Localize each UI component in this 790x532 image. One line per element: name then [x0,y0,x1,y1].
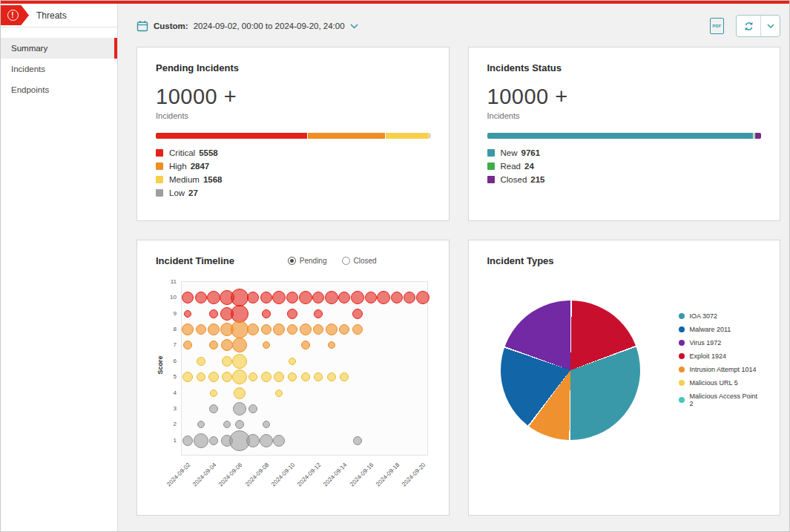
legend-item-high: High2847 [156,162,430,171]
bubble-medium [210,390,217,397]
bubble-high [183,341,192,349]
bar-segment-medium [386,133,428,139]
bar-segment-closed [755,133,761,139]
bubble-high [221,339,233,351]
bubble-critical [209,309,218,318]
status-bar [487,133,762,139]
timeline-header: Incident Timeline PendingClosed [156,255,430,266]
bubble-critical [260,292,272,303]
pie-legend-label: Malicious Access Point 2 [690,393,762,407]
y-tick-label: 9 [162,310,177,317]
bubble-medium [197,357,205,366]
y-tick-label: 1 [162,437,177,444]
exclamation-icon: ! [7,10,19,21]
count-label: Incidents [156,111,430,120]
bubble-medium [232,354,247,369]
pie-legend-item: IOA 3072 [679,312,762,320]
incident-timeline-card: Incident Timeline PendingClosed Score 12… [136,240,450,516]
bubble-critical [287,309,297,319]
legend-item-read: Read24 [487,162,762,171]
pie-legend-item: Malicious URL 5 [679,379,762,387]
radio-pending[interactable]: Pending [288,257,327,265]
export-pdf-button[interactable]: PDF [710,18,724,34]
bubble-medium [288,372,297,381]
sidebar-header: ! Threats [1,4,117,27]
bubble-high [326,324,338,335]
incidents-status-card: Incidents Status 10000 + Incidents New97… [468,47,781,221]
bubble-medium [274,372,284,382]
card-title: Incident Timeline [156,255,234,266]
legend-color-swatch [679,380,685,386]
status-legend: New9761Read24Closed215 [487,148,762,184]
timeline-filter-radios: PendingClosed [234,257,430,265]
bubble-high [328,341,335,349]
sidebar-title: Threats [36,10,67,21]
pie-legend-item: Intrusion Attempt 1014 [679,366,762,373]
bubble-critical [314,309,323,318]
sidebar-item-incidents[interactable]: Incidents [1,59,117,79]
pie-area: IOA 3072Malware 2011Virus 1972Exploit 19… [487,301,762,440]
legend-label: Low [169,188,185,197]
bubble-high [300,324,312,335]
bubble-critical [195,292,207,303]
radio-closed[interactable]: Closed [342,257,377,265]
date-range-text: 2024-09-02, 00:00 to 2024-09-20, 24:00 [194,22,345,30]
legend-value: 2847 [191,162,210,171]
bubble-critical [351,291,364,304]
refresh-icon [743,21,754,32]
card-title: Incidents Status [487,62,762,73]
chevron-down-icon [350,24,358,29]
y-tick-label: 7 [162,341,177,348]
legend-color-swatch [487,162,495,170]
bubble-critical [286,292,298,303]
bubble-critical [377,291,390,304]
pie-legend-label: IOA 3072 [690,312,718,320]
calendar-icon [136,20,148,32]
bubble-high [339,324,349,335]
bubble-high [261,324,271,335]
legend-value: 9761 [521,148,541,157]
bubble-low [263,421,270,428]
bubble-critical [416,291,429,304]
bubble-medium [327,372,336,381]
toolbar: Custom: 2024-09-02, 00:00 to 2024-09-20,… [118,4,789,47]
bubble-critical [231,289,248,306]
bubble-high [231,321,248,338]
count-label: Incidents [487,111,762,120]
refresh-options-button[interactable] [761,16,780,36]
bubble-medium [248,372,257,381]
pie-legend-label: Malicious URL 5 [690,379,738,387]
sidebar-item-endpoints[interactable]: Endpoints [1,79,117,100]
sidebar-item-summary[interactable]: Summary [1,38,117,59]
radio-label: Closed [354,257,377,265]
legend-item-closed: Closed215 [487,175,762,184]
bubble-low [248,404,257,413]
incident-types-pie [501,301,640,440]
threats-dashboard: ! Threats SummaryIncidentsEndpoints Cust… [0,0,790,532]
bubble-low [209,404,218,413]
bubble-high [287,324,297,335]
legend-color-swatch [156,176,163,183]
y-tick-label: 10 [162,294,177,301]
legend-label: New [501,148,518,157]
threats-icon: ! [1,5,29,25]
pie-legend-label: Malware 2011 [690,326,731,333]
bubble-critical [365,292,377,303]
chevron-down-icon [767,24,774,28]
bubble-medium [261,372,271,382]
date-range-picker[interactable]: Custom: 2024-09-02, 00:00 to 2024-09-20,… [136,20,358,32]
bubble-high [196,324,206,335]
legend-item-low: Low27 [156,188,430,197]
legend-item-medium: Medium1568 [156,175,430,184]
layout: ! Threats SummaryIncidentsEndpoints Cust… [1,4,789,531]
pie-legend-label: Virus 1972 [690,339,722,347]
bubble-high [232,338,247,352]
refresh-button-group [736,15,780,37]
pie-legend-label: Exploit 1924 [690,352,727,360]
bubble-medium [234,387,246,399]
refresh-button[interactable] [737,16,760,36]
bubble-high [208,324,220,335]
card-title: Incident Types [487,255,762,266]
toolbar-actions: PDF [710,15,780,37]
bubble-high [182,324,194,335]
